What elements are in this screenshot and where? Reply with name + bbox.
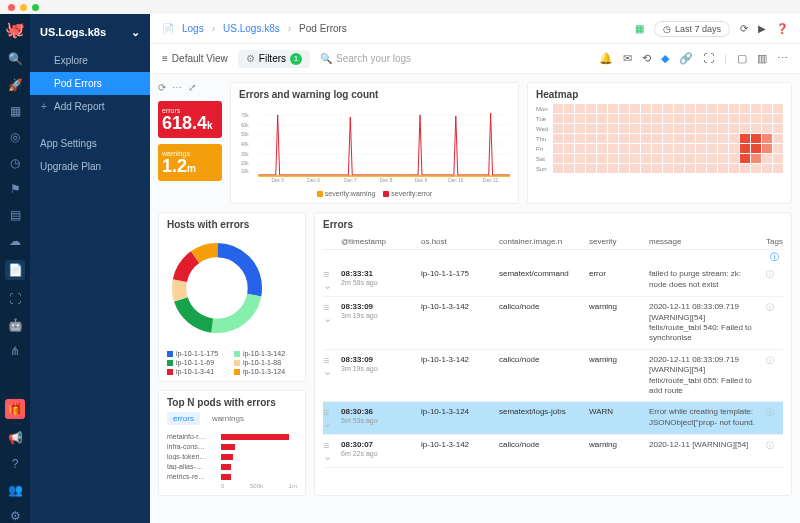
svg-text:60k: 60k <box>241 123 249 128</box>
more-icon[interactable]: ⋯ <box>777 52 788 65</box>
toolbar: ≡Default View ⚙ Filters 1 🔍 Search your … <box>150 44 800 74</box>
refresh-icon[interactable]: ⟳ <box>740 23 748 34</box>
table-row[interactable]: ≡⌄ 08:30:076m 22s ago ip-10-1-3-142 cali… <box>323 435 783 468</box>
row-info-icon[interactable]: ⓘ <box>757 302 783 344</box>
clock-icon: ◷ <box>663 24 671 34</box>
table-header: @timestamp os.host container.image.n sev… <box>323 234 783 250</box>
ellipsis-icon[interactable]: ⋯ <box>172 82 182 93</box>
minimize-dot[interactable] <box>20 4 27 11</box>
filters-count: 1 <box>290 53 302 65</box>
timeseries-svg: 70k 60k 50k 40k 30k 20k 10k Dec 5Dec 6De… <box>239 104 510 184</box>
crumb-mid[interactable]: US.Logs.k8s <box>223 23 280 34</box>
timerange-picker[interactable]: ◷ Last 7 days <box>654 21 730 37</box>
columns-icon[interactable]: ▥ <box>757 52 767 65</box>
sidebar-item-explore[interactable]: Explore <box>30 49 150 72</box>
sidebar-item-app-settings[interactable]: App Settings <box>30 132 150 155</box>
maximize-dot[interactable] <box>32 4 39 11</box>
share-icon[interactable]: ⋔ <box>8 344 22 358</box>
chevron-down-icon: ⌄ <box>131 26 140 39</box>
svg-text:Dec 10: Dec 10 <box>448 178 464 183</box>
infra-icon[interactable]: ☁ <box>8 234 22 248</box>
link-icon[interactable]: 🔗 <box>679 52 693 65</box>
info-icon[interactable]: ⓘ <box>770 252 779 262</box>
svg-text:Dec 5: Dec 5 <box>271 178 284 183</box>
svg-text:70k: 70k <box>241 113 249 118</box>
rocket-icon[interactable]: 🚀 <box>8 78 22 92</box>
bookmark-icon[interactable]: ◆ <box>661 52 669 65</box>
window-titlebar <box>0 0 800 14</box>
search-input[interactable]: 🔍 Search your logs <box>320 53 589 64</box>
row-info-icon[interactable]: ⓘ <box>757 355 783 397</box>
server-icon[interactable]: ▤ <box>8 208 22 222</box>
view-selector[interactable]: ≡Default View <box>162 53 228 64</box>
expand-row-icon[interactable]: ≡⌄ <box>323 302 341 344</box>
svg-text:30k: 30k <box>241 152 249 157</box>
crumb-leaf: Pod Errors <box>299 23 347 34</box>
grid-view-icon[interactable]: ▦ <box>635 23 644 34</box>
mail-icon[interactable]: ✉ <box>623 52 632 65</box>
table-row[interactable]: ≡⌄ 08:33:093m 19s ago ip-10-1-3-142 cali… <box>323 350 783 403</box>
table-row[interactable]: ≡⌄ 08:30:365m 53s ago ip-10-1-3-124 sema… <box>323 402 783 435</box>
workspace-selector[interactable]: US.Logs.k8s ⌄ <box>30 22 150 49</box>
announce-icon[interactable]: 📢 <box>8 431 22 445</box>
sidebar-item-add-report[interactable]: +Add Report <box>30 95 150 118</box>
expand-row-icon[interactable]: ≡⌄ <box>323 269 341 291</box>
search-icon[interactable]: 🔍 <box>8 52 22 66</box>
reload-icon[interactable]: ⟳ <box>158 82 166 93</box>
logo-icon[interactable]: 🐙 <box>8 22 22 36</box>
doc-icon: 📄 <box>162 23 174 34</box>
svg-text:40k: 40k <box>241 142 249 147</box>
row-info-icon[interactable]: ⓘ <box>757 407 783 429</box>
table-row[interactable]: ≡⌄ 08:33:093m 19s ago ip-10-1-3-142 cali… <box>323 297 783 350</box>
donut-svg <box>167 238 267 338</box>
target-icon[interactable]: ◎ <box>8 130 22 144</box>
panel-icon[interactable]: ▢ <box>737 52 747 65</box>
cycle-icon[interactable]: ⟲ <box>642 52 651 65</box>
row-info-icon[interactable]: ⓘ <box>757 440 783 462</box>
team-icon[interactable]: 👥 <box>8 483 22 497</box>
fullscreen-icon[interactable]: ⤢ <box>188 82 196 93</box>
heatmap-chart[interactable]: Heatmap MonTueWedThuFriSatSun <box>527 82 792 204</box>
help-icon[interactable]: ? <box>8 457 22 471</box>
settings-icon[interactable]: ⚙ <box>8 509 22 523</box>
play-icon[interactable]: ▶ <box>758 23 766 34</box>
expand-row-icon[interactable]: ≡⌄ <box>323 407 341 429</box>
filters-button[interactable]: ⚙ Filters 1 <box>238 50 310 68</box>
errors-table: Errors @timestamp os.host container.imag… <box>314 212 792 496</box>
warnings-stat[interactable]: warnings 1.2m <box>158 144 222 181</box>
errors-stat[interactable]: errors 618.4k <box>158 101 222 138</box>
svg-text:Dec 7: Dec 7 <box>344 178 357 183</box>
sidebar-item-upgrade-plan[interactable]: Upgrade Plan <box>30 155 150 178</box>
expand-row-icon[interactable]: ≡⌄ <box>323 440 341 462</box>
grid-icon[interactable]: ▦ <box>8 104 22 118</box>
table-row[interactable]: ≡⌄ 08:33:312m 58s ago ip-10-1-1-175 sema… <box>323 264 783 297</box>
topn-chart[interactable]: Top N pods with errors errors warnings m… <box>158 390 306 496</box>
sidebar-item-pod-errors[interactable]: Pod Errors <box>30 72 150 95</box>
clock-icon[interactable]: ◷ <box>8 156 22 170</box>
svg-text:Dec 11: Dec 11 <box>483 178 499 183</box>
bot-icon[interactable]: 🤖 <box>8 318 22 332</box>
flag-icon[interactable]: ⚑ <box>8 182 22 196</box>
search-placeholder: Search your logs <box>336 53 411 64</box>
close-dot[interactable] <box>8 4 15 11</box>
help-circle-icon[interactable]: ❓ <box>776 23 788 34</box>
expand-icon[interactable]: ⛶ <box>703 52 714 65</box>
tab-errors[interactable]: errors <box>167 412 200 425</box>
breadcrumb: 📄 Logs › US.Logs.k8s › Pod Errors ▦ ◷ La… <box>150 14 800 44</box>
frame-icon[interactable]: ⛶ <box>8 292 22 306</box>
tab-warnings[interactable]: warnings <box>206 412 250 425</box>
bell-icon[interactable]: 🔔 <box>599 52 613 65</box>
svg-text:20k: 20k <box>241 161 249 166</box>
logs-icon[interactable]: 📄 <box>5 260 25 280</box>
svg-text:Dec 9: Dec 9 <box>415 178 428 183</box>
gift-icon[interactable]: 🎁 <box>5 399 25 419</box>
expand-row-icon[interactable]: ≡⌄ <box>323 355 341 397</box>
search-icon: 🔍 <box>320 53 332 64</box>
icon-rail: 🐙 🔍 🚀 ▦ ◎ ◷ ⚑ ▤ ☁ 📄 ⛶ 🤖 ⋔ 🎁 📢 ? 👥 ⚙ <box>0 14 30 523</box>
crumb-root[interactable]: Logs <box>182 23 204 34</box>
svg-text:50k: 50k <box>241 132 249 137</box>
timeseries-chart[interactable]: Errors and warning log count 70k 60k 50k… <box>230 82 519 204</box>
row-info-icon[interactable]: ⓘ <box>757 269 783 291</box>
sidebar: US.Logs.k8s ⌄ ExplorePod Errors+Add Repo… <box>30 14 150 523</box>
hosts-chart[interactable]: Hosts with errors ip-10-1-1-175ip-10-1-3… <box>158 212 306 382</box>
